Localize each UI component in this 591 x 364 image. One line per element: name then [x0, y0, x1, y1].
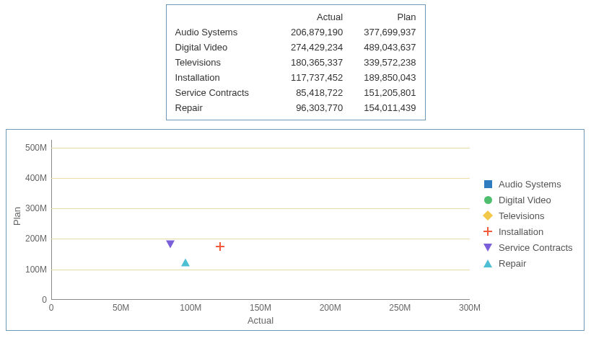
row-label: Televisions	[172, 55, 273, 70]
legend-label: Service Contracts	[499, 242, 573, 253]
data-table: Actual Plan Audio Systems 206,879,190 37…	[166, 4, 426, 120]
tri-down-icon	[166, 241, 175, 259]
row-plan: 339,572,238	[346, 55, 419, 70]
table-row: Audio Systems 206,879,190 377,699,937	[172, 25, 419, 40]
x-tick-label: 0	[49, 300, 54, 313]
plot-area: 0100M200M300M400M500M050M100M150M200M250…	[51, 140, 470, 300]
y-tick-label: 200M	[25, 234, 51, 244]
legend-label: Digital Video	[499, 195, 551, 205]
row-actual: 117,737,452	[273, 70, 346, 85]
table-header-blank	[172, 9, 273, 25]
row-plan: 377,699,937	[346, 25, 419, 40]
row-actual: 85,418,722	[273, 85, 346, 100]
legend-item: Installation	[483, 223, 573, 239]
plus-icon	[483, 226, 493, 236]
x-tick-label: 50M	[113, 300, 129, 313]
x-tick-label: 200M	[320, 300, 341, 313]
x-tick-label: 150M	[250, 300, 271, 313]
gridline	[51, 208, 470, 209]
square-icon	[483, 179, 493, 189]
y-axis	[51, 140, 52, 300]
legend-label: Repair	[499, 258, 526, 269]
gridline	[51, 270, 470, 270]
legend-item: Service Contracts	[483, 239, 573, 255]
table-row: Installation 117,737,452 189,850,043	[172, 70, 419, 85]
legend-item: Repair	[483, 255, 573, 271]
table-row: Digital Video 274,429,234 489,043,637	[172, 40, 419, 55]
table-row: Service Contracts 85,418,722 151,205,801	[172, 85, 419, 100]
triangle-up-icon	[483, 258, 493, 268]
row-label: Repair	[172, 100, 273, 115]
row-actual: 180,365,337	[273, 55, 346, 70]
table-header-actual: Actual	[273, 9, 346, 25]
row-label: Service Contracts	[172, 85, 273, 100]
row-actual: 274,429,234	[273, 40, 346, 55]
legend-item: Digital Video	[483, 192, 573, 208]
row-label: Digital Video	[172, 40, 273, 55]
x-tick-label: 100M	[180, 300, 201, 313]
x-tick-label: 250M	[389, 300, 411, 313]
row-actual: 96,303,770	[273, 100, 346, 115]
legend-item: Televisions	[483, 208, 573, 223]
y-tick-label: 500M	[25, 143, 51, 153]
data-point	[166, 249, 175, 259]
row-actual: 206,879,190	[273, 25, 346, 40]
legend-label: Installation	[499, 226, 543, 237]
legend-label: Audio Systems	[499, 179, 561, 190]
circle-icon	[483, 195, 493, 205]
y-tick-label: 400M	[25, 173, 51, 183]
legend-label: Televisions	[499, 210, 545, 221]
gridline	[51, 178, 470, 179]
table-header-plan: Plan	[346, 9, 419, 25]
table-row: Televisions 180,365,337 339,572,238	[172, 55, 419, 70]
table-row: Repair 96,303,770 154,011,439	[172, 100, 419, 115]
x-tick-label: 300M	[459, 300, 481, 313]
row-plan: 154,011,439	[346, 100, 419, 115]
y-axis-label: Plan	[12, 207, 22, 226]
x-axis-label: Actual	[248, 315, 273, 326]
y-tick-label: 300M	[25, 203, 51, 213]
gridline	[51, 239, 470, 239]
row-plan: 151,205,801	[346, 85, 419, 100]
data-point	[181, 247, 190, 258]
triangle-down-icon	[483, 242, 493, 252]
legend-item: Audio Systems	[483, 176, 573, 192]
y-tick-label: 100M	[25, 265, 51, 275]
diamond-icon	[483, 210, 493, 221]
legend: Audio Systems Digital Video Televisions …	[483, 176, 573, 271]
row-label: Installation	[172, 70, 273, 85]
gridline	[51, 148, 470, 148]
row-plan: 189,850,043	[346, 70, 419, 85]
row-label: Audio Systems	[172, 25, 273, 40]
row-plan: 489,043,637	[346, 40, 419, 55]
scatter-chart: Plan Actual 0100M200M300M400M500M050M100…	[6, 129, 585, 331]
tri-up-icon	[181, 247, 190, 266]
